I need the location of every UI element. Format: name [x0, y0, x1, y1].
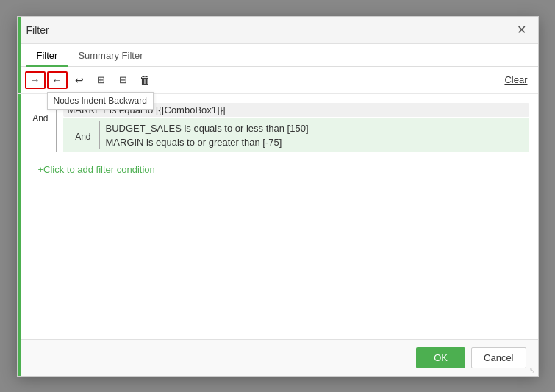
ok-button[interactable]: OK [416, 347, 465, 368]
tab-summary-filter[interactable]: Summary Filter [68, 44, 153, 67]
rotate-icon: ↩ [75, 74, 84, 86]
tab-filter[interactable]: Filter [26, 44, 68, 67]
resize-handle[interactable]: ⤡ [529, 367, 535, 374]
title-bar: Filter ✕ [18, 17, 538, 44]
tooltip: Nodes Indent Backward [47, 92, 154, 110]
condition-row-3[interactable]: MARGIN is equals to or greater than [-75… [106, 135, 529, 149]
filter-dialog: Filter ✕ Filter Summary Filter → ← ↩ ⊞ ⊟… [17, 16, 539, 377]
add-before-button[interactable]: ⊞ [91, 71, 112, 89]
add-after-button[interactable]: ⊟ [113, 71, 134, 89]
add-condition-link[interactable]: +Click to add filter condition [26, 160, 167, 179]
close-button[interactable]: ✕ [514, 23, 529, 38]
delete-button[interactable]: 🗑 [135, 71, 156, 89]
indent-forward-icon: → [30, 74, 40, 86]
add-before-icon: ⊞ [97, 74, 105, 85]
indent-forward-button[interactable]: → [25, 71, 46, 89]
add-after-icon: ⊟ [119, 74, 127, 85]
toolbar: → ← ↩ ⊞ ⊟ 🗑 Clear Nodes Indent Backward [18, 67, 538, 94]
delete-icon: 🗑 [140, 74, 151, 86]
indent-backward-button[interactable]: ← [47, 71, 68, 89]
condition-row-2[interactable]: BUDGET_SALES is equals to or less than [… [106, 121, 529, 135]
dialog-footer: OK Cancel [18, 339, 538, 376]
filter-body: And MARKET is equal to [{[ComboBox1]}] A… [18, 94, 538, 339]
clear-button[interactable]: Clear [501, 73, 530, 87]
dialog-title: Filter [26, 24, 49, 36]
cancel-button[interactable]: Cancel [471, 347, 526, 368]
inner-and-label: And [69, 126, 91, 142]
indent-backward-icon: ← [52, 74, 62, 86]
outer-and-label: And [26, 107, 49, 124]
rotate-button[interactable]: ↩ [69, 71, 90, 89]
tabs-container: Filter Summary Filter [18, 44, 538, 67]
